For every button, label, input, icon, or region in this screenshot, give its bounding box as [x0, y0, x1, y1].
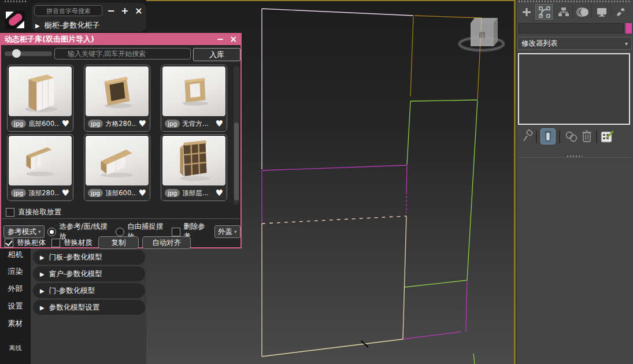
- dialog-minimize-icon[interactable]: −: [217, 34, 224, 44]
- motion-icon: [576, 7, 589, 17]
- command-panel: 修改器列表 ▾: [516, 0, 633, 364]
- rollout-window[interactable]: ▶ 窗户-参数化模型: [33, 266, 145, 281]
- file-type-badge: jpg: [11, 120, 26, 128]
- thumbnail-grid-280[interactable]: jpg 方格280... ♥: [84, 65, 150, 132]
- file-type-badge: jpg: [165, 120, 180, 128]
- chevron-right-icon: ▶: [40, 288, 45, 294]
- sidebar-item-external[interactable]: 外部: [0, 284, 31, 294]
- sidebar-item-settings[interactable]: 设置: [0, 301, 31, 311]
- viewcube-front-label: 前: [479, 31, 486, 39]
- chevron-down-icon: ▾: [234, 229, 237, 235]
- favorite-heart-icon[interactable]: ♥: [62, 188, 69, 198]
- copy-button[interactable]: 复制: [98, 236, 139, 249]
- sidebar-item-material[interactable]: 素材: [0, 318, 31, 329]
- modifier-list-dropdown[interactable]: 修改器列表 ▾: [517, 37, 632, 50]
- dialog-close-icon[interactable]: ×: [229, 34, 237, 44]
- viewcube[interactable]: 前: [460, 18, 504, 50]
- rollout-door[interactable]: ▶ 门-参数化模型: [33, 283, 145, 298]
- sidebar-item-render[interactable]: 渲染: [0, 266, 31, 277]
- viewport-active-border: [514, 0, 516, 364]
- make-unique-icon[interactable]: [565, 131, 579, 143]
- auto-align-button[interactable]: 自动对齐: [142, 236, 191, 249]
- thumbnail-caption: jpg 顶部层... ♥: [161, 185, 227, 200]
- quick-search-toolbar: − + × ▶ 橱柜-参数化柜子: [32, 3, 146, 32]
- close-button[interactable]: ×: [132, 4, 145, 17]
- wireframe-tan: [262, 216, 406, 356]
- rollout-label: 门-参数化模型: [49, 286, 95, 296]
- tab-hierarchy[interactable]: [554, 4, 572, 20]
- thumbnail-top-600[interactable]: jpg 顶部600... ♥: [84, 134, 150, 201]
- tab-modify[interactable]: [535, 4, 553, 20]
- thumbnail-top-shelf[interactable]: jpg 顶部层... ♥: [161, 134, 227, 201]
- library-search-input[interactable]: [54, 48, 191, 60]
- tab-motion[interactable]: [573, 4, 591, 20]
- favorite-heart-icon[interactable]: ♥: [216, 118, 223, 129]
- thumbnail-no-back[interactable]: jpg 无背方... ♥: [161, 65, 227, 132]
- panel-drag-handle[interactable]: [519, 1, 631, 2]
- show-end-result-button[interactable]: [541, 128, 556, 144]
- dialog-title: 动态柜子库(双击图片导入): [5, 34, 211, 44]
- add-button[interactable]: +: [119, 4, 131, 17]
- pin-stack-icon[interactable]: [522, 129, 535, 143]
- free-snap-radio[interactable]: [116, 228, 124, 236]
- utilities-wrench-icon: [615, 6, 627, 18]
- modifier-stack-list[interactable]: [518, 53, 630, 125]
- delete-reference-checkbox[interactable]: [172, 228, 180, 236]
- replace-cabinet-checkbox[interactable]: [5, 239, 13, 247]
- import-to-library-button[interactable]: 入库: [193, 48, 240, 61]
- dialog-titlebar[interactable]: 动态柜子库(双击图片导入) − ×: [0, 33, 242, 45]
- direct-pick-option[interactable]: 直接拾取放置: [6, 207, 61, 217]
- tab-separator: [610, 5, 611, 18]
- rollout-label: 参数化模型设置: [49, 303, 100, 313]
- configure-modifier-sets-icon[interactable]: [601, 130, 615, 143]
- toolbar-drag-handle[interactable]: [5, 1, 27, 2]
- ref-face-line-radio[interactable]: [47, 228, 56, 236]
- rollout-label: 窗户-参数化模型: [49, 269, 102, 279]
- favorite-heart-icon[interactable]: ♥: [139, 118, 146, 129]
- thumbnail-size-slider[interactable]: [5, 51, 52, 56]
- category-cabinet-row[interactable]: ▶ 橱柜-参数化柜子: [35, 20, 99, 31]
- tab-utilities[interactable]: [612, 4, 630, 20]
- thumbnail-caption: jpg 顶部600... ♥: [84, 185, 150, 200]
- file-type-badge: jpg: [88, 189, 103, 197]
- thumbnail-name: 无背方...: [182, 120, 213, 128]
- rollout-parametric-settings[interactable]: ▶ 参数化模型设置: [33, 300, 145, 315]
- rollout-door-panel[interactable]: ▶ 门板-参数化模型: [33, 250, 145, 265]
- file-type-badge: jpg: [165, 189, 180, 197]
- pinyin-search-input[interactable]: [34, 5, 102, 16]
- thumbnail-bottom-600[interactable]: jpg 底部600... ♥: [7, 65, 73, 132]
- scrollbar-thumb[interactable]: [234, 122, 239, 200]
- dialog-separator: [2, 218, 239, 219]
- modifier-list-label: 修改器列表: [521, 39, 625, 49]
- replace-cabinet-label: 替换柜体: [17, 238, 46, 248]
- plugin-logo-icon[interactable]: [5, 11, 25, 29]
- divider-drag-handle[interactable]: [567, 155, 582, 157]
- favorite-heart-icon[interactable]: ♥: [62, 118, 69, 129]
- copy-button-label: 复制: [112, 238, 126, 248]
- slider-knob[interactable]: [12, 49, 21, 58]
- create-plus-icon: [521, 7, 532, 17]
- toolbar-separator: [596, 131, 597, 143]
- tab-create[interactable]: [517, 4, 535, 20]
- thumbnail-scrollbar[interactable]: [234, 66, 239, 205]
- remove-modifier-trash-icon[interactable]: [581, 129, 593, 143]
- minimize-button[interactable]: −: [105, 4, 117, 17]
- outer-cover-dropdown[interactable]: 外盖 ▾: [214, 225, 240, 238]
- tab-display[interactable]: [593, 4, 610, 20]
- sidebar-offline-label: 离线: [0, 344, 31, 352]
- favorite-heart-icon[interactable]: ♥: [216, 188, 223, 198]
- chevron-right-icon: ▶: [40, 254, 45, 261]
- thumbnail-name: 顶部280...: [28, 189, 59, 198]
- object-color-swatch[interactable]: [625, 23, 632, 34]
- replace-material-checkbox[interactable]: [51, 239, 60, 247]
- tab-separator: [591, 5, 592, 18]
- sidebar-item-camera[interactable]: 相机: [0, 250, 31, 260]
- modify-icon: [539, 6, 550, 18]
- object-name-input[interactable]: [519, 23, 624, 34]
- direct-pick-checkbox[interactable]: [6, 208, 14, 217]
- favorite-heart-icon[interactable]: ♥: [139, 188, 146, 198]
- wireframe-magenta: [262, 165, 467, 339]
- thumbnail-image: [86, 136, 149, 185]
- thumbnail-top-280[interactable]: jpg 顶部280... ♥: [7, 134, 73, 201]
- outer-cover-label: 外盖: [218, 227, 232, 237]
